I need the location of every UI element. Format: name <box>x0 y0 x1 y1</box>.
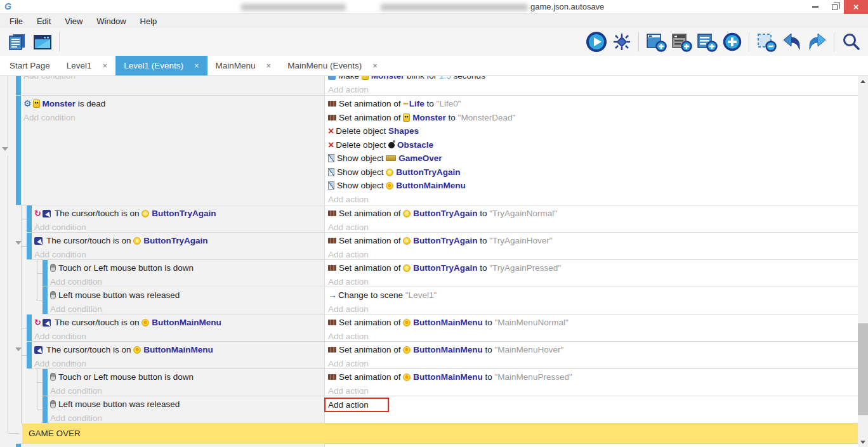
add-action-link[interactable]: Add action <box>328 384 857 397</box>
highlighted-add-action[interactable]: Add action <box>324 398 389 412</box>
text-segment: "TryAgainNormal" <box>489 209 557 218</box>
action-item[interactable]: Set animation of •••Life to "Life0" <box>328 97 857 111</box>
action-item[interactable]: Set animation of ButtonMainMenu to "Main… <box>328 316 857 330</box>
add-condition-link[interactable]: Add condition <box>23 76 323 83</box>
debug-button[interactable] <box>610 30 633 54</box>
action-item[interactable]: Set animation of ButtonTryAgain to "TryA… <box>328 261 857 275</box>
action-item[interactable]: →Change to scene "Level1" <box>328 288 857 302</box>
action-item[interactable]: Set animation of ButtonTryAgain to "TryA… <box>328 234 857 248</box>
tab-level1-events-[interactable]: Level1 (Events)× <box>115 56 207 75</box>
condition-item[interactable]: Left mouse button was released <box>50 288 323 302</box>
collapse-arrow-icon[interactable] <box>15 241 22 248</box>
scrollbar-thumb[interactable] <box>858 323 868 415</box>
action-item[interactable]: Set animation of ButtonTryAgain to "TryA… <box>328 207 857 221</box>
event-row: ↻The cursor/touch is on ButtonTryAgainAd… <box>0 205 858 233</box>
event-indent-bar <box>16 444 21 447</box>
action-item[interactable]: Set animation of ButtonMainMenu to "Main… <box>328 370 857 384</box>
events-sheet: Add conditionMake Monster blink for 1.5 … <box>0 76 868 447</box>
cursor-icon <box>34 346 43 354</box>
collapse-arrow-icon[interactable] <box>2 147 8 154</box>
tab-close-icon[interactable]: × <box>372 61 378 70</box>
condition-item[interactable]: The cursor/touch is on ButtonTryAgain <box>34 234 323 248</box>
delete-icon: × <box>328 127 334 135</box>
tab-level1[interactable]: Level1× <box>58 56 115 75</box>
add-condition-link[interactable]: Add condition <box>34 357 323 370</box>
tree-guide-line <box>21 355 27 356</box>
menu-window[interactable]: Window <box>89 14 133 28</box>
text-segment: ButtonMainMenu <box>413 318 482 327</box>
add-condition-link[interactable]: Add condition <box>50 302 323 315</box>
action-item[interactable]: Show object ButtonMainMenu <box>328 179 857 193</box>
action-item[interactable]: Show object ButtonTryAgain <box>328 165 857 179</box>
add-action-link[interactable]: Add action <box>328 275 857 288</box>
text-segment: Set animation of <box>339 263 403 273</box>
menu-view[interactable]: View <box>58 14 89 28</box>
undo-button[interactable] <box>780 30 803 54</box>
menu-file[interactable]: File <box>3 14 30 28</box>
condition-item[interactable]: ⚙Monster is dead <box>23 97 323 111</box>
add-condition-link[interactable]: Add condition <box>50 411 323 424</box>
action-item[interactable]: ×Delete object Shapes <box>328 124 857 138</box>
condition-item[interactable]: ↻The cursor/touch is on ButtonMainMenu <box>34 316 323 330</box>
project-manager-button[interactable] <box>5 30 29 54</box>
add-condition-link[interactable]: Add condition <box>50 275 323 288</box>
add-action-link[interactable]: Add action <box>328 83 857 96</box>
add-condition-link[interactable]: Add condition <box>50 384 323 397</box>
condition-item[interactable]: ↻The cursor/touch is on ButtonTryAgain <box>34 207 323 221</box>
scroll-up-button[interactable] <box>858 77 868 86</box>
add-condition-link[interactable]: Add condition <box>23 111 323 125</box>
scroll-down-button[interactable] <box>858 437 868 446</box>
coin-try-icon <box>141 210 149 217</box>
add-condition-link[interactable]: Add condition <box>34 248 323 261</box>
action-item[interactable]: Add action <box>328 398 857 411</box>
tab-close-icon[interactable]: × <box>266 61 272 70</box>
maximize-button[interactable] <box>825 0 844 14</box>
add-condition-link[interactable]: Add condition <box>34 330 323 342</box>
comment-bar[interactable]: GAME OVER <box>22 424 858 443</box>
search-button[interactable] <box>839 30 863 54</box>
add-action-link[interactable]: Add action <box>328 221 857 233</box>
condition-cell: The cursor/touch is on ButtonTryAgainAdd… <box>0 233 324 260</box>
collapse-arrow-icon[interactable] <box>15 347 22 354</box>
choose-event-button[interactable] <box>720 30 744 54</box>
action-item[interactable]: ×Delete object Obstacle <box>328 138 857 152</box>
condition-item[interactable]: The cursor/touch is on ButtonMainMenu <box>34 343 323 357</box>
add-comment-button[interactable] <box>695 30 718 54</box>
tab-mainmenu[interactable]: MainMenu× <box>207 56 280 75</box>
add-condition-link[interactable]: Add condition <box>34 221 323 233</box>
scene-editor-button[interactable] <box>30 30 54 54</box>
text-segment: Make <box>338 76 362 81</box>
close-button[interactable]: × <box>844 0 868 14</box>
add-action-link[interactable]: Add action <box>328 302 857 315</box>
tab-mainmenu-events-[interactable]: MainMenu (Events)× <box>279 56 386 75</box>
menu-help[interactable]: Help <box>133 14 164 28</box>
add-subevent-button[interactable] <box>669 30 693 54</box>
preview-play-button[interactable] <box>584 30 608 54</box>
gdevelop-window: G game.json.autosave × FileEditViewWindo… <box>0 0 868 447</box>
vertical-scrollbar[interactable] <box>858 76 868 447</box>
condition-item[interactable]: Left mouse button was released <box>50 398 323 411</box>
remove-selection-button[interactable] <box>754 30 778 54</box>
minimize-button[interactable] <box>806 0 825 14</box>
tree-guide-line <box>37 301 43 301</box>
tree-guide-line <box>37 260 37 301</box>
redo-button[interactable] <box>805 30 829 54</box>
add-action-link[interactable]: Add action <box>328 330 857 342</box>
menu-edit[interactable]: Edit <box>30 14 58 28</box>
condition-cell: Touch or Left mouse button is downAdd co… <box>0 260 324 287</box>
tab-close-icon[interactable]: × <box>194 61 199 70</box>
action-item[interactable]: Make Monster blink for 1.5 seconds <box>328 76 857 83</box>
add-event-button[interactable] <box>644 30 667 54</box>
tab-close-icon[interactable]: × <box>103 61 108 70</box>
condition-item[interactable]: Touch or Left mouse button is down <box>50 370 323 384</box>
action-item[interactable]: Show object GameOver <box>328 152 857 165</box>
tab-start-page[interactable]: Start Page <box>1 56 58 75</box>
add-action-link[interactable]: Add action <box>328 357 857 370</box>
condition-item[interactable]: Touch or Left mouse button is down <box>50 261 323 275</box>
add-action-link[interactable]: Add action <box>328 193 857 206</box>
action-item[interactable]: Set animation of Monster to "MonsterDead… <box>328 111 857 125</box>
action-item[interactable]: Set animation of ButtonMainMenu to "Main… <box>328 343 857 357</box>
text-segment: Life <box>409 99 424 108</box>
text-segment: Left mouse button was released <box>58 399 180 409</box>
add-action-link[interactable]: Add action <box>328 248 857 261</box>
